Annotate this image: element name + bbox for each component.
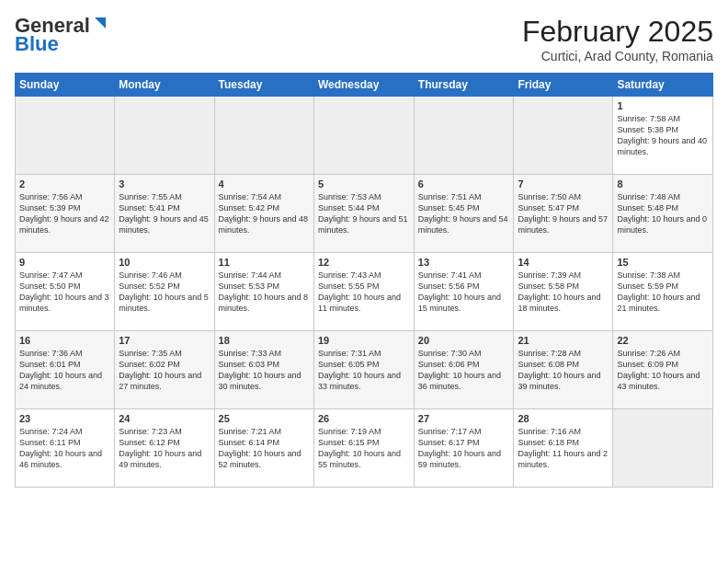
- day-cell: 14Sunrise: 7:39 AM Sunset: 5:58 PM Dayli…: [514, 253, 613, 331]
- day-info: Sunrise: 7:36 AM Sunset: 6:01 PM Dayligh…: [19, 348, 110, 393]
- header-sunday: Sunday: [16, 74, 115, 97]
- day-cell: 27Sunrise: 7:17 AM Sunset: 6:17 PM Dayli…: [414, 409, 514, 488]
- day-number: 12: [318, 257, 410, 268]
- day-cell: 9Sunrise: 7:47 AM Sunset: 5:50 PM Daylig…: [16, 253, 115, 331]
- day-number: 26: [318, 413, 410, 424]
- day-number: 18: [219, 335, 310, 346]
- day-cell: 2Sunrise: 7:56 AM Sunset: 5:39 PM Daylig…: [16, 175, 115, 253]
- day-number: 10: [119, 257, 210, 268]
- day-info: Sunrise: 7:19 AM Sunset: 6:15 PM Dayligh…: [318, 426, 410, 471]
- day-number: 7: [518, 178, 609, 190]
- weekday-header-row: Sunday Monday Tuesday Wednesday Thursday…: [16, 74, 713, 97]
- day-cell: 12Sunrise: 7:43 AM Sunset: 5:55 PM Dayli…: [313, 253, 414, 331]
- day-cell: 4Sunrise: 7:54 AM Sunset: 5:42 PM Daylig…: [214, 175, 313, 253]
- day-info: Sunrise: 7:21 AM Sunset: 6:14 PM Dayligh…: [219, 426, 310, 471]
- day-cell: 23Sunrise: 7:24 AM Sunset: 6:11 PM Dayli…: [16, 409, 115, 488]
- day-cell: 25Sunrise: 7:21 AM Sunset: 6:14 PM Dayli…: [214, 409, 313, 488]
- day-info: Sunrise: 7:56 AM Sunset: 5:39 PM Dayligh…: [19, 191, 110, 236]
- day-info: Sunrise: 7:48 AM Sunset: 5:48 PM Dayligh…: [617, 191, 709, 236]
- page-header: General Blue February 2025 Curtici, Arad…: [15, 15, 713, 63]
- day-cell: 15Sunrise: 7:38 AM Sunset: 5:59 PM Dayli…: [613, 253, 713, 331]
- day-number: 4: [219, 178, 310, 190]
- day-cell: [613, 409, 713, 488]
- week-row-4: 16Sunrise: 7:36 AM Sunset: 6:01 PM Dayli…: [16, 331, 713, 409]
- day-info: Sunrise: 7:38 AM Sunset: 5:59 PM Dayligh…: [617, 270, 709, 315]
- day-number: 25: [219, 413, 310, 424]
- day-cell: [514, 97, 613, 175]
- day-number: 3: [119, 178, 210, 190]
- day-cell: 8Sunrise: 7:48 AM Sunset: 5:48 PM Daylig…: [613, 175, 713, 253]
- day-cell: 10Sunrise: 7:46 AM Sunset: 5:52 PM Dayli…: [115, 253, 214, 331]
- week-row-1: 1Sunrise: 7:58 AM Sunset: 5:38 PM Daylig…: [16, 97, 713, 175]
- day-number: 17: [119, 335, 210, 346]
- day-number: 2: [19, 178, 110, 190]
- day-cell: 18Sunrise: 7:33 AM Sunset: 6:03 PM Dayli…: [214, 331, 313, 409]
- day-info: Sunrise: 7:39 AM Sunset: 5:58 PM Dayligh…: [518, 270, 609, 315]
- day-info: Sunrise: 7:16 AM Sunset: 6:18 PM Dayligh…: [518, 426, 609, 471]
- day-info: Sunrise: 7:53 AM Sunset: 5:44 PM Dayligh…: [318, 191, 410, 236]
- day-cell: 24Sunrise: 7:23 AM Sunset: 6:12 PM Dayli…: [115, 409, 214, 488]
- day-info: Sunrise: 7:28 AM Sunset: 6:08 PM Dayligh…: [518, 348, 609, 393]
- day-cell: 26Sunrise: 7:19 AM Sunset: 6:15 PM Dayli…: [313, 409, 414, 488]
- day-cell: 28Sunrise: 7:16 AM Sunset: 6:18 PM Dayli…: [514, 409, 613, 488]
- logo: General Blue: [15, 15, 108, 55]
- header-tuesday: Tuesday: [214, 74, 313, 97]
- day-info: Sunrise: 7:55 AM Sunset: 5:41 PM Dayligh…: [119, 191, 210, 236]
- day-cell: [214, 97, 313, 175]
- week-row-5: 23Sunrise: 7:24 AM Sunset: 6:11 PM Dayli…: [16, 409, 713, 488]
- day-info: Sunrise: 7:31 AM Sunset: 6:05 PM Dayligh…: [318, 348, 410, 393]
- day-cell: [16, 97, 115, 175]
- day-number: 15: [617, 257, 709, 268]
- header-thursday: Thursday: [414, 74, 514, 97]
- day-number: 23: [19, 413, 110, 424]
- day-info: Sunrise: 7:26 AM Sunset: 6:09 PM Dayligh…: [617, 348, 709, 393]
- day-number: 6: [418, 178, 510, 190]
- week-row-3: 9Sunrise: 7:47 AM Sunset: 5:50 PM Daylig…: [16, 253, 713, 331]
- week-row-2: 2Sunrise: 7:56 AM Sunset: 5:39 PM Daylig…: [16, 175, 713, 253]
- header-monday: Monday: [115, 74, 214, 97]
- day-info: Sunrise: 7:51 AM Sunset: 5:45 PM Dayligh…: [418, 191, 510, 236]
- day-cell: 21Sunrise: 7:28 AM Sunset: 6:08 PM Dayli…: [514, 331, 613, 409]
- day-number: 16: [19, 335, 110, 346]
- title-block: February 2025 Curtici, Arad County, Roma…: [522, 15, 713, 63]
- header-saturday: Saturday: [613, 74, 713, 97]
- day-info: Sunrise: 7:17 AM Sunset: 6:17 PM Dayligh…: [418, 426, 510, 471]
- day-cell: [414, 97, 514, 175]
- day-number: 21: [518, 335, 609, 346]
- day-cell: 3Sunrise: 7:55 AM Sunset: 5:41 PM Daylig…: [115, 175, 214, 253]
- day-number: 11: [219, 257, 310, 268]
- day-cell: 11Sunrise: 7:44 AM Sunset: 5:53 PM Dayli…: [214, 253, 313, 331]
- day-cell: [313, 97, 414, 175]
- day-cell: 13Sunrise: 7:41 AM Sunset: 5:56 PM Dayli…: [414, 253, 514, 331]
- day-cell: 7Sunrise: 7:50 AM Sunset: 5:47 PM Daylig…: [514, 175, 613, 253]
- location-subtitle: Curtici, Arad County, Romania: [522, 49, 713, 63]
- day-cell: 19Sunrise: 7:31 AM Sunset: 6:05 PM Dayli…: [313, 331, 414, 409]
- day-number: 14: [518, 257, 609, 268]
- day-number: 5: [318, 178, 410, 190]
- day-cell: 1Sunrise: 7:58 AM Sunset: 5:38 PM Daylig…: [613, 97, 713, 175]
- day-info: Sunrise: 7:23 AM Sunset: 6:12 PM Dayligh…: [119, 426, 210, 471]
- day-cell: 5Sunrise: 7:53 AM Sunset: 5:44 PM Daylig…: [313, 175, 414, 253]
- day-info: Sunrise: 7:30 AM Sunset: 6:06 PM Dayligh…: [418, 348, 510, 393]
- day-info: Sunrise: 7:46 AM Sunset: 5:52 PM Dayligh…: [119, 270, 210, 315]
- day-cell: 17Sunrise: 7:35 AM Sunset: 6:02 PM Dayli…: [115, 331, 214, 409]
- day-number: 9: [19, 257, 110, 268]
- day-cell: 20Sunrise: 7:30 AM Sunset: 6:06 PM Dayli…: [414, 331, 514, 409]
- day-cell: [115, 97, 214, 175]
- day-number: 28: [518, 413, 609, 424]
- day-number: 20: [418, 335, 510, 346]
- day-number: 24: [119, 413, 210, 424]
- day-info: Sunrise: 7:35 AM Sunset: 6:02 PM Dayligh…: [119, 348, 210, 393]
- day-number: 1: [617, 100, 709, 111]
- month-year-title: February 2025: [522, 15, 713, 49]
- day-cell: 16Sunrise: 7:36 AM Sunset: 6:01 PM Dayli…: [16, 331, 115, 409]
- logo-blue: Blue: [15, 33, 59, 55]
- day-cell: 22Sunrise: 7:26 AM Sunset: 6:09 PM Dayli…: [613, 331, 713, 409]
- header-wednesday: Wednesday: [313, 74, 414, 97]
- day-info: Sunrise: 7:33 AM Sunset: 6:03 PM Dayligh…: [219, 348, 310, 393]
- day-info: Sunrise: 7:24 AM Sunset: 6:11 PM Dayligh…: [19, 426, 110, 471]
- day-cell: 6Sunrise: 7:51 AM Sunset: 5:45 PM Daylig…: [414, 175, 514, 253]
- day-info: Sunrise: 7:54 AM Sunset: 5:42 PM Dayligh…: [219, 191, 310, 236]
- day-number: 13: [418, 257, 510, 268]
- day-number: 8: [617, 178, 709, 190]
